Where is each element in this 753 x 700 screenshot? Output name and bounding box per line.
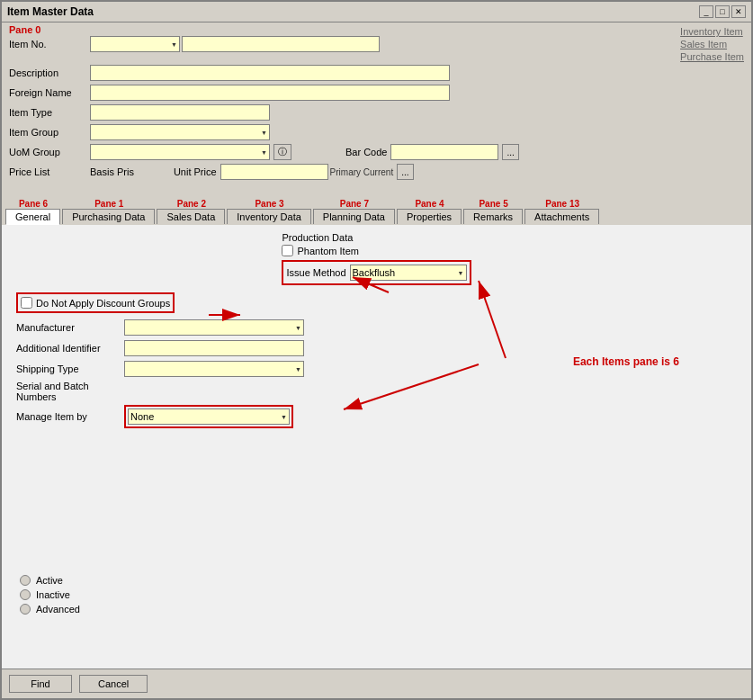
tab-bar-container: Pane 6 General Pane 1 Purchasing Data Pa…	[2, 184, 751, 225]
discount-groups-checkbox[interactable]	[21, 297, 32, 309]
serial-batch-label: Serial and Batch Numbers	[16, 381, 124, 402]
shipping-type-label: Shipping Type	[16, 363, 124, 374]
uom-group-row: UoM Group ⓘ Bar Code ...	[9, 143, 744, 161]
pane0-label: Pane 0	[9, 24, 40, 35]
item-group-label: Item Group	[9, 127, 90, 138]
manufacturer-label: Manufacturer	[16, 322, 124, 333]
unit-price-input[interactable]	[220, 164, 328, 180]
sales-item-label: Sales Item	[680, 39, 744, 49]
issue-method-label: Issue Method	[286, 267, 345, 278]
pane7-label: Pane 7	[340, 199, 369, 209]
item-no-dropdown[interactable]	[90, 36, 180, 52]
cancel-button[interactable]: Cancel	[79, 675, 148, 693]
barcode-label: Bar Code	[345, 147, 387, 157]
bottom-bar: Find Cancel	[2, 669, 751, 698]
item-type-input[interactable]	[90, 104, 270, 121]
unit-price-dots-button[interactable]: ...	[397, 164, 413, 180]
maximize-button[interactable]: □	[715, 5, 730, 18]
discount-groups-row: Do Not Apply Discount Groups	[16, 292, 737, 313]
item-group-dropdown-wrapper[interactable]	[90, 124, 270, 140]
tab-purchasing[interactable]: Purchasing Data	[62, 209, 155, 224]
uom-group-dropdown-wrapper[interactable]	[90, 144, 270, 160]
manage-item-row: Manage Item by None	[16, 405, 737, 428]
tab-remarks[interactable]: Remarks	[463, 209, 523, 224]
inactive-radio-item: Inactive	[20, 589, 80, 600]
annotation-text: Each Items pane is 6	[573, 355, 679, 368]
tab-wrapper-attachments: Pane 13 Attachments	[524, 199, 600, 225]
pane6-label: Pane 6	[19, 199, 48, 209]
pane2-label: Pane 2	[177, 199, 206, 209]
shipping-type-dropdown-wrapper[interactable]	[124, 361, 304, 377]
description-label: Description	[9, 67, 90, 78]
foreign-name-row: Foreign Name	[9, 84, 744, 102]
close-button[interactable]: ✕	[731, 5, 746, 18]
manage-item-dropdown-wrapper[interactable]: None	[128, 408, 290, 425]
content-area: Production Data Phantom Item Issue Metho…	[2, 225, 751, 669]
pane13-label: Pane 13	[545, 199, 579, 209]
discount-checkbox-box: Do Not Apply Discount Groups	[16, 292, 175, 313]
barcode-input[interactable]	[390, 144, 498, 160]
tab-inventory[interactable]: Inventory Data	[227, 209, 311, 224]
find-button[interactable]: Find	[9, 675, 72, 693]
inactive-radio[interactable]	[20, 589, 31, 600]
phantom-item-checkbox[interactable]	[282, 245, 293, 256]
tab-planning[interactable]: Planning Data	[313, 209, 395, 224]
active-radio-item: Active	[20, 575, 80, 586]
manufacturer-row: Manufacturer	[16, 319, 737, 337]
item-group-dropdown[interactable]	[90, 124, 270, 140]
tab-wrapper-properties: Pane 4 Properties	[397, 199, 462, 225]
tab-wrapper-planning: Pane 7 Planning Data	[313, 199, 396, 225]
status-radio-group: Active Inactive Advanced	[20, 575, 80, 615]
issue-method-dropdown[interactable]: Backflush	[350, 265, 467, 281]
tab-bar: Pane 6 General Pane 1 Purchasing Data Pa…	[5, 199, 748, 225]
item-type-label: Item Type	[9, 107, 90, 118]
manage-item-dropdown[interactable]: None	[128, 408, 290, 425]
item-type-row: Item Type	[9, 103, 744, 121]
item-no-label: Item No.	[9, 39, 90, 49]
item-no-row: Item No. Inventory Item Sales Item Purch…	[9, 26, 744, 62]
uom-group-dropdown[interactable]	[90, 144, 270, 160]
unit-price-label: Unit Price	[174, 166, 217, 177]
uom-info-button[interactable]: ⓘ	[273, 144, 291, 160]
foreign-name-input[interactable]	[90, 85, 450, 101]
production-data-label: Production Data	[282, 232, 353, 243]
tab-wrapper-inventory: Pane 3 Inventory Data	[227, 199, 312, 225]
advanced-radio[interactable]	[20, 604, 31, 615]
tab-properties[interactable]: Properties	[397, 209, 462, 224]
tab-attachments[interactable]: Attachments	[524, 209, 599, 224]
header-area: Pane 0 Item No. Inventory Item Sales Ite…	[2, 22, 751, 184]
purchase-item-label: Purchase Item	[680, 51, 744, 62]
item-no-input[interactable]	[182, 36, 380, 52]
manage-item-box: None	[124, 405, 293, 428]
manufacturer-dropdown[interactable]	[124, 319, 304, 336]
tab-sales[interactable]: Sales Data	[157, 209, 225, 224]
tab-wrapper-remarks: Pane 5 Remarks	[463, 199, 524, 225]
serial-batch-row: Serial and Batch Numbers	[16, 381, 737, 402]
issue-method-box: Issue Method Backflush	[282, 260, 471, 285]
additional-id-row: Additional Identifier	[16, 339, 737, 357]
advanced-radio-item: Advanced	[20, 604, 80, 615]
title-controls[interactable]: _ □ ✕	[699, 5, 746, 18]
additional-id-input[interactable]	[124, 340, 304, 356]
right-checkboxes: Inventory Item Sales Item Purchase Item	[680, 26, 744, 62]
tab-wrapper-general: Pane 6 General	[5, 199, 61, 225]
tab-general[interactable]: General	[5, 209, 60, 225]
tabs-with-labels: Pane 6 General Pane 1 Purchasing Data Pa…	[5, 199, 600, 225]
uom-group-label: UoM Group	[9, 147, 90, 157]
price-list-value: Basis Pris	[90, 166, 134, 177]
issue-method-dropdown-wrapper[interactable]: Backflush	[350, 265, 467, 281]
unit-price-currency: Primary Current	[330, 167, 394, 177]
phantom-item-row: Phantom Item	[282, 245, 358, 256]
price-list-label: Price List	[9, 166, 90, 177]
item-no-dropdown-wrapper[interactable]	[90, 36, 180, 52]
description-input[interactable]	[90, 65, 450, 81]
barcode-dots-button[interactable]: ...	[502, 144, 518, 160]
phantom-item-label: Phantom Item	[297, 246, 358, 256]
main-window: Item Master Data _ □ ✕ Pane 0 Item No. I…	[0, 0, 753, 700]
minimize-button[interactable]: _	[699, 5, 713, 18]
discount-groups-label: Do Not Apply Discount Groups	[36, 298, 170, 309]
title-bar-left: Item Master Data	[7, 5, 94, 18]
shipping-type-dropdown[interactable]	[124, 361, 304, 377]
active-radio[interactable]	[20, 575, 31, 586]
manufacturer-dropdown-wrapper[interactable]	[124, 319, 304, 336]
